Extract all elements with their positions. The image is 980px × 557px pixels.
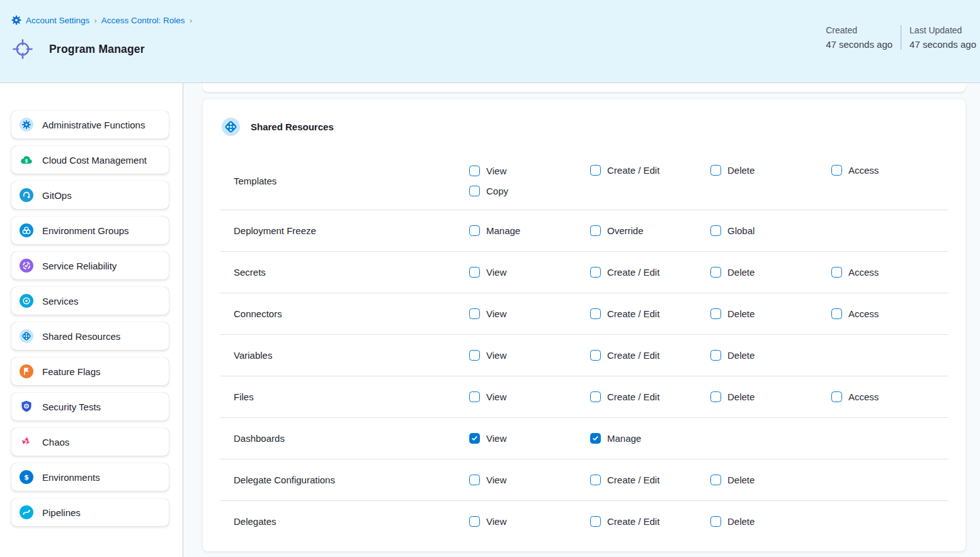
checkbox-unchecked[interactable] — [710, 165, 721, 176]
sidebar-item-label: Chaos — [42, 437, 69, 447]
permission-delegate-configurations-view[interactable]: View — [469, 475, 590, 485]
breadcrumb-link-account-settings[interactable]: Account Settings — [26, 16, 89, 25]
checkbox-unchecked[interactable] — [710, 350, 721, 361]
checkbox-unchecked[interactable] — [469, 225, 480, 236]
svg-text:$: $ — [24, 473, 29, 481]
permission-secrets-create-edit[interactable]: Create / Edit — [590, 267, 710, 278]
permission-connectors-view[interactable]: View — [469, 308, 590, 319]
permission-row-delegates: DelegatesViewCreate / EditDelete — [220, 501, 949, 542]
permission-delegates-delete[interactable]: Delete — [710, 516, 831, 527]
checkbox-unchecked[interactable] — [590, 308, 601, 319]
permission-delegate-configurations-delete[interactable]: Delete — [710, 475, 831, 485]
sidebar-item-administrative-functions[interactable]: Administrative Functions — [11, 111, 169, 138]
breadcrumb-link-access-control-roles[interactable]: Access Control: Roles — [101, 16, 185, 25]
sidebar-item-label: GitOps — [42, 190, 72, 201]
checkbox-unchecked[interactable] — [590, 165, 601, 176]
section-header: Shared Resources — [203, 99, 966, 136]
permission-cell: Delete — [710, 391, 831, 402]
permission-dashboards-view[interactable]: View — [469, 433, 590, 444]
created-label: Created — [826, 25, 892, 35]
checkbox-unchecked[interactable] — [469, 267, 480, 278]
checkbox-unchecked[interactable] — [710, 308, 721, 319]
resource-label: Deployment Freeze — [220, 225, 469, 236]
gitops-icon — [20, 188, 33, 202]
permission-variables-view[interactable]: View — [469, 350, 590, 361]
permission-templates-copy[interactable]: Copy — [469, 186, 590, 196]
checkbox-unchecked[interactable] — [710, 516, 721, 527]
permission-secrets-view[interactable]: View — [469, 267, 590, 278]
sidebar-item-gitops[interactable]: GitOps — [11, 181, 169, 209]
checkbox-unchecked[interactable] — [710, 391, 721, 402]
checkbox-unchecked[interactable] — [590, 267, 601, 278]
checkbox-unchecked[interactable] — [590, 475, 601, 485]
sidebar-item-services[interactable]: Services — [11, 287, 169, 315]
permission-secrets-access[interactable]: Access — [831, 267, 949, 278]
checkbox-unchecked[interactable] — [469, 186, 480, 196]
sidebar-item-service-reliability[interactable]: Service Reliability — [11, 252, 169, 279]
permission-files-create-edit[interactable]: Create / Edit — [590, 391, 710, 402]
permission-templates-access[interactable]: Access — [831, 165, 949, 176]
checkbox-unchecked[interactable] — [710, 225, 721, 236]
permission-secrets-delete[interactable]: Delete — [710, 267, 831, 278]
checkbox-unchecked[interactable] — [590, 391, 601, 402]
permission-deployment-freeze-global[interactable]: Global — [710, 225, 831, 236]
permission-delegate-configurations-create-edit[interactable]: Create / Edit — [590, 475, 710, 485]
permission-templates-delete[interactable]: Delete — [710, 165, 831, 176]
checkbox-unchecked[interactable] — [831, 267, 842, 278]
sidebar-item-environments[interactable]: $Environments — [11, 463, 169, 491]
permission-files-delete[interactable]: Delete — [710, 391, 831, 402]
permission-dashboards-manage[interactable]: Manage — [590, 433, 710, 444]
checkbox-unchecked[interactable] — [469, 166, 480, 176]
permission-label: Create / Edit — [607, 475, 659, 485]
checkbox-unchecked[interactable] — [831, 308, 842, 319]
permission-deployment-freeze-override[interactable]: Override — [590, 225, 710, 236]
checkbox-unchecked[interactable] — [590, 225, 601, 236]
sidebar-item-label: Cloud Cost Management — [42, 155, 147, 166]
sidebar-item-security-tests[interactable]: Security Tests — [11, 393, 169, 420]
permission-cell: Delete — [710, 475, 831, 485]
permission-deployment-freeze-manage[interactable]: Manage — [469, 225, 590, 236]
checkbox-checked[interactable] — [469, 433, 480, 444]
checkbox-unchecked[interactable] — [469, 391, 480, 402]
cloud-dollar-icon: $ — [20, 153, 33, 167]
sidebar-item-cloud-cost-management[interactable]: $Cloud Cost Management — [11, 146, 169, 174]
sidebar-item-label: Service Reliability — [42, 261, 117, 271]
checkbox-unchecked[interactable] — [710, 267, 721, 278]
permission-delegates-view[interactable]: View — [469, 516, 590, 527]
checkbox-unchecked[interactable] — [469, 308, 480, 319]
checkbox-unchecked[interactable] — [590, 350, 601, 361]
permission-label: View — [486, 475, 506, 485]
previous-card-edge — [203, 83, 966, 92]
checkbox-unchecked[interactable] — [831, 391, 842, 402]
permission-connectors-delete[interactable]: Delete — [710, 308, 831, 319]
permission-label: View — [486, 308, 506, 319]
permission-variables-delete[interactable]: Delete — [710, 350, 831, 361]
permission-connectors-create-edit[interactable]: Create / Edit — [590, 308, 710, 319]
checkbox-unchecked[interactable] — [469, 475, 480, 485]
permission-templates-view[interactable]: View — [469, 166, 590, 176]
permission-variables-create-edit[interactable]: Create / Edit — [590, 350, 710, 361]
sidebar-item-shared-resources[interactable]: Shared Resources — [11, 322, 169, 350]
sidebar-item-label: Environments — [42, 472, 100, 483]
breadcrumb-separator: › — [94, 16, 97, 25]
checkbox-unchecked[interactable] — [590, 516, 601, 527]
permission-cell: Access — [831, 267, 949, 278]
checkbox-unchecked[interactable] — [710, 475, 721, 485]
permission-files-access[interactable]: Access — [831, 391, 949, 402]
sidebar-item-chaos[interactable]: Chaos — [11, 428, 169, 456]
permission-connectors-access[interactable]: Access — [831, 308, 949, 319]
permission-delegates-create-edit[interactable]: Create / Edit — [590, 516, 710, 527]
created-meta: Created 47 seconds ago — [826, 25, 892, 50]
checkbox-checked[interactable] — [590, 433, 601, 444]
sidebar-item-feature-flags[interactable]: Feature Flags — [11, 357, 169, 385]
sidebar-item-pipelines[interactable]: Pipelines — [11, 498, 169, 526]
sidebar-item-environment-groups[interactable]: Environment Groups — [11, 217, 169, 244]
permission-label: View — [486, 516, 506, 527]
resource-label: Connectors — [220, 308, 469, 319]
checkbox-unchecked[interactable] — [831, 165, 842, 176]
permission-cell: Delete — [710, 350, 831, 361]
permission-templates-create-edit[interactable]: Create / Edit — [590, 165, 710, 176]
checkbox-unchecked[interactable] — [469, 516, 480, 527]
permission-files-view[interactable]: View — [469, 391, 590, 402]
checkbox-unchecked[interactable] — [469, 350, 480, 361]
